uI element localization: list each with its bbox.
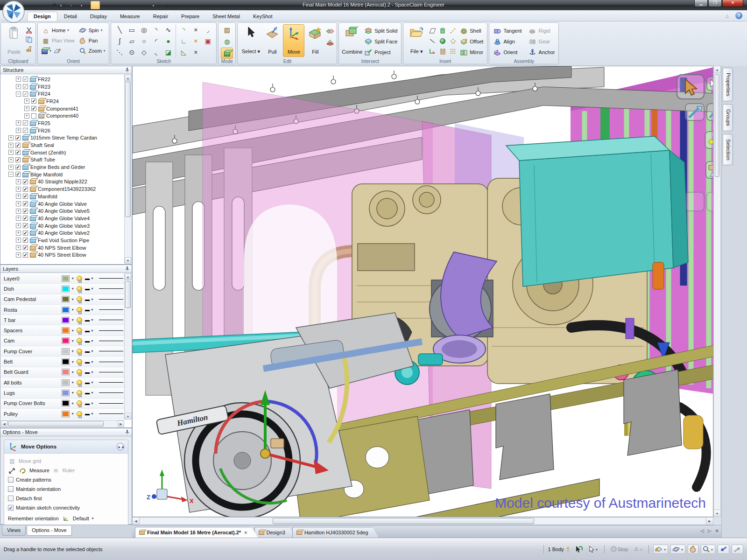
align-button[interactable]: Align <box>492 36 523 47</box>
option-checkbox-row[interactable]: Maintain orientation <box>8 484 124 494</box>
layer-lineweight[interactable] <box>99 413 123 414</box>
tree-row[interactable]: 40 NPS Street Elbow <box>1 252 124 259</box>
dropdown-arrow-icon[interactable]: ▼ <box>71 287 74 290</box>
tree-row[interactable]: FR24 <box>1 98 124 105</box>
move-grid-button[interactable]: ▨ Move grid <box>8 456 124 466</box>
tree-checkbox[interactable] <box>31 98 36 104</box>
tree-checkbox[interactable] <box>23 216 28 221</box>
layer-color-swatch[interactable] <box>62 307 70 313</box>
ribbon-tab[interactable]: Detail <box>57 12 84 21</box>
scroll-left-icon[interactable]: ◀ <box>133 518 140 525</box>
tree-expander-icon[interactable] <box>16 120 21 126</box>
tree-expander-icon[interactable] <box>16 252 21 258</box>
mirror-button[interactable]: Mirror <box>458 47 485 57</box>
pattern-grid-icon[interactable] <box>449 47 457 56</box>
sketch-tool-button[interactable]: ▭ <box>126 24 138 35</box>
ghost-overlay-button[interactable] <box>685 192 704 211</box>
layer-visibility-bulb-icon[interactable] <box>77 328 82 333</box>
layer-lineweight[interactable] <box>99 341 123 341</box>
tree-expander-icon[interactable] <box>16 201 21 206</box>
sketch-edit-button[interactable]: × <box>190 47 202 58</box>
side-panel-tab[interactable]: Properties <box>723 68 733 101</box>
dropdown-arrow-icon[interactable]: ▼ <box>91 339 94 343</box>
tree-expander-icon[interactable] <box>16 77 21 82</box>
ribbon-tab[interactable]: Sheet Metal <box>206 12 247 21</box>
pin-icon[interactable] <box>125 266 129 272</box>
layer-linestyle[interactable]: ▬ <box>85 276 89 281</box>
viewport-hscrollbar[interactable]: ◀ ▶ <box>132 517 713 525</box>
combine-button[interactable]: Combine <box>341 24 363 57</box>
tree-row[interactable]: Manifold <box>1 193 124 200</box>
scroll-thumb[interactable] <box>715 74 719 177</box>
restore-button[interactable]: ❐ <box>708 0 722 7</box>
tree-checkbox[interactable] <box>23 77 28 82</box>
layer-visibility-bulb-icon[interactable] <box>77 411 82 417</box>
sketch-tool-button[interactable]: ○ <box>138 35 150 47</box>
tree-expander-icon[interactable] <box>16 128 21 133</box>
layer-visibility-bulb-icon[interactable] <box>77 400 82 406</box>
layer-linestyle[interactable]: ▬ <box>85 401 89 406</box>
option-checkbox-row[interactable]: Maintain sketch connectivity <box>8 503 124 512</box>
layer-color-swatch[interactable] <box>62 317 70 323</box>
layer-lineweight[interactable] <box>99 330 123 331</box>
tree-row[interactable]: Bilge Manifold <box>1 171 124 178</box>
ruler-label[interactable]: Ruler <box>63 468 75 473</box>
layer-row[interactable]: Layer0 ▼ ▬ ▼ <box>1 273 124 284</box>
insert-plane-icon[interactable] <box>428 27 437 35</box>
pattern-circular-icon[interactable] <box>449 37 457 45</box>
tree-checkbox[interactable] <box>15 157 21 162</box>
home-button[interactable]: ⌂ Home▾ <box>40 25 76 35</box>
tree-checkbox[interactable] <box>31 113 36 119</box>
tree-checkbox[interactable] <box>23 245 28 250</box>
layer-visibility-bulb-icon[interactable] <box>77 296 82 302</box>
dropdown-arrow-icon[interactable]: ▼ <box>71 350 74 353</box>
qat-button[interactable] <box>91 1 100 9</box>
layer-lineweight[interactable] <box>99 288 123 289</box>
layer-lineweight[interactable] <box>99 362 123 362</box>
sketch-tool-button[interactable]: ◜ <box>150 35 162 47</box>
tree-row[interactable]: FR26 <box>1 127 124 134</box>
layer-linestyle[interactable]: ▬ <box>85 338 89 343</box>
qat-button[interactable]: ▾ <box>142 1 151 9</box>
insert-sphere-icon[interactable] <box>438 37 447 45</box>
layer-row[interactable]: Cam Pedestal ▼ ▬ ▼ <box>1 294 124 305</box>
measure-icon[interactable] <box>19 466 27 475</box>
layer-lineweight[interactable] <box>99 309 123 310</box>
ribbon-tab[interactable]: Display <box>84 12 113 21</box>
scroll-up-icon[interactable]: ▲ <box>125 75 131 81</box>
layer-linestyle[interactable]: ▬ <box>85 390 89 395</box>
insert-cylinder-icon[interactable] <box>438 27 447 35</box>
tree-expander-icon[interactable] <box>16 223 21 228</box>
layers-hscrollbar[interactable]: ◀ ▶ <box>1 420 124 427</box>
tree-row[interactable]: FR22 <box>1 76 124 83</box>
sketch-mode-button[interactable]: ▨ <box>221 24 233 35</box>
next-view-button[interactable] <box>732 545 743 554</box>
layer-color-swatch[interactable] <box>62 327 70 334</box>
layer-row[interactable]: Lugs ▼ ▬ ▼ <box>1 388 124 398</box>
layer-linestyle[interactable]: ▬ <box>85 349 89 354</box>
split-face-button[interactable]: Split Face <box>363 36 399 47</box>
tab-scroll-right-icon[interactable]: ▷ <box>708 528 712 533</box>
dropdown-arrow-icon[interactable]: ▼ <box>91 391 94 394</box>
offset-button[interactable]: Offset <box>458 36 485 47</box>
tree-expander-icon[interactable] <box>16 194 21 199</box>
ribbon-tab[interactable]: Measure <box>113 12 147 21</box>
gear-button[interactable]: Gear <box>527 36 557 47</box>
layer-row[interactable]: Dish ▼ ▬ ▼ <box>1 284 124 294</box>
tree-checkbox[interactable] <box>23 209 28 214</box>
layer-color-swatch[interactable] <box>62 348 70 355</box>
tree-row[interactable]: 40 Angle Globe Valve <box>1 200 124 208</box>
layer-row[interactable]: T bar ▼ ▬ ▼ <box>1 315 124 325</box>
qat-button[interactable]: ▾ <box>70 1 79 9</box>
tree-expander-icon[interactable] <box>16 209 21 214</box>
replace-face-icon[interactable] <box>326 27 334 35</box>
dropdown-arrow-icon[interactable]: ▼ <box>71 412 74 415</box>
dropdown-arrow-icon[interactable]: ▼ <box>91 329 94 332</box>
dropdown-arrow-icon[interactable]: ▼ <box>71 402 74 405</box>
tree-row[interactable]: 40 Angle Globe Valve3 <box>1 222 124 230</box>
qat-button[interactable] <box>111 1 120 9</box>
tree-row[interactable]: Genset (Zenith) <box>1 149 124 156</box>
qat-button[interactable]: ↶ ▾ <box>49 1 59 9</box>
layer-row[interactable]: Spacers ▼ ▬ ▼ <box>1 325 124 336</box>
tree-row[interactable]: 40 Straight Nipple322 <box>1 178 124 186</box>
